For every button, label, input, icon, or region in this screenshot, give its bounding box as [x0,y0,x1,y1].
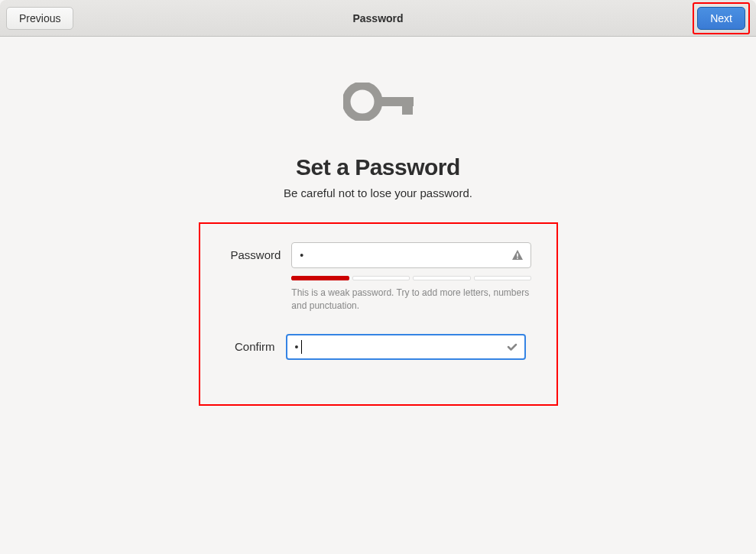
svg-rect-3 [518,254,519,258]
strength-segment-1 [291,276,349,280]
previous-button[interactable]: Previous [6,7,73,30]
confirm-field-container [286,334,526,360]
confirm-label: Confirm [231,334,286,353]
page-heading: Set a Password [296,154,460,180]
strength-segment-3 [413,276,471,280]
password-strength-meter [291,276,531,280]
confirm-input[interactable] [286,334,526,360]
strength-segment-4 [474,276,532,280]
strength-segment-2 [352,276,410,280]
svg-point-0 [346,86,378,118]
window: Previous Password Next Set a Password Be… [0,0,756,554]
form-area-highlight: Password [199,222,558,406]
password-input[interactable] [291,242,531,268]
next-button[interactable]: Next [697,7,745,30]
password-hint: This is a weak password. Try to add more… [291,287,531,313]
svg-rect-2 [402,105,413,115]
confirm-input-wrapper [286,334,526,360]
svg-rect-4 [518,258,519,259]
warning-icon [511,249,524,261]
confirm-row: Confirm [231,334,526,360]
next-button-highlight: Next [693,2,750,34]
password-field-container: This is a weak password. Try to add more… [291,242,531,313]
key-icon [343,83,414,124]
titlebar: Previous Password Next [0,0,756,37]
password-row: Password [231,242,526,313]
password-label: Password [231,242,292,261]
page-subtitle: Be careful not to lose your password. [284,186,472,199]
text-cursor [301,340,302,354]
window-title: Password [352,12,403,24]
content-area: Set a Password Be careful not to lose yo… [0,37,756,406]
password-input-wrapper [291,242,531,268]
checkmark-icon [506,341,518,353]
